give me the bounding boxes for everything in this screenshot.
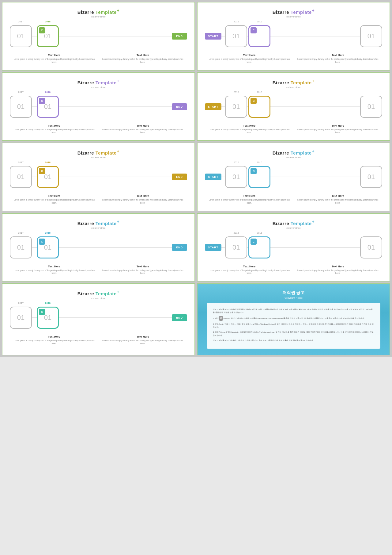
text-block-2-label: Text Here (100, 335, 186, 338)
box-2-wrapper: 2018 C 01 (37, 307, 59, 329)
start-button[interactable]: START (205, 174, 221, 180)
box-2-wrapper: 2018 C 01 (37, 166, 59, 188)
num-box-1: 01 (10, 96, 32, 118)
start-button[interactable]: START (205, 244, 221, 251)
c-badge: C (251, 239, 257, 245)
text-block-1: Text Here Lorem ipsum is simply dummy te… (11, 265, 97, 275)
text-blocks-row: Text Here Lorem ipsum is simply dummy te… (10, 265, 187, 275)
start-button[interactable]: START (205, 33, 221, 40)
num-box-3: 01 (360, 166, 382, 188)
slide-title: Bizarre Template+ (205, 8, 382, 15)
slide-grid: Bizarre Template+ text ever since. 2017 … (0, 0, 392, 357)
year-1-label: 2015 (224, 20, 248, 23)
text-block-2-desc: Lorem ipsum is simply dummy text of the … (100, 339, 186, 345)
plus-icon: + (312, 219, 315, 224)
num-box-2: C (248, 25, 270, 47)
text-block-1-desc: Lorem ipsum is simply dummy text of the … (11, 58, 97, 64)
plus-icon: + (117, 149, 120, 154)
end-button[interactable]: END (172, 33, 187, 40)
slide-header: Bizarre Template+ text ever since. (205, 78, 382, 89)
slide-header: Bizarre Template+ text ever since. (10, 8, 187, 18)
timeline-items: 2017 01 2018 C 01 END (10, 166, 187, 188)
end-button[interactable]: END (172, 314, 187, 321)
box-2-wrapper: 2018 C 01 (37, 236, 59, 258)
start-button[interactable]: START (205, 103, 221, 110)
slide-subtitle: text ever since. (10, 156, 187, 159)
slide-header: Bizarre Template+ text ever since. (10, 289, 187, 300)
box-1-wrapper: 2015 01 (225, 96, 247, 118)
box-1-wrapper: 2017 01 (10, 96, 32, 118)
num-box-3: 01 (360, 96, 382, 118)
num-box-2: C 01 (37, 166, 59, 188)
c-badge: C (251, 98, 257, 104)
text-block-1-desc: Lorem ipsum is simply dummy text of the … (206, 58, 292, 64)
end-button[interactable]: END (172, 244, 187, 251)
text-blocks-row: Text Here Lorem ipsum is simply dummy te… (205, 194, 382, 205)
plus-icon: + (117, 78, 120, 83)
box-3-wrapper: 01 (360, 166, 382, 188)
year-2-label: 2016 (247, 161, 272, 164)
year-1-label: 2017 (9, 91, 33, 94)
text-block-1: Text Here Lorem ipsum is simply dummy te… (11, 335, 97, 345)
end-button[interactable]: END (172, 174, 187, 180)
text-block-2-label: Text Here (295, 124, 381, 127)
slide-title: Bizarre Template+ (10, 219, 187, 226)
text-block-1-label: Text Here (206, 265, 292, 268)
c-badge: C (39, 98, 45, 104)
timeline-area: START 2015 01 2016 C 01 (205, 163, 382, 191)
plus-icon: + (312, 78, 315, 83)
box-2-wrapper: 2016 C (248, 96, 270, 118)
num-box-3: 01 (360, 236, 382, 258)
text-block-1: Text Here Lorem ipsum is simply dummy te… (11, 54, 97, 64)
slide-subtitle: text ever since. (10, 15, 187, 18)
timeline-items: START 2015 01 2016 C 01 (205, 25, 382, 47)
slide-subtitle: text ever since. (205, 15, 382, 18)
text-block-2-desc: Lorem ipsum is simply dummy text of the … (100, 269, 186, 275)
slide-s5: Bizarre Template+ text ever since. 2017 … (2, 143, 195, 211)
text-block-1-desc: Lorem ipsum is simply dummy text of the … (206, 128, 292, 134)
year-2-label: 2016 (247, 20, 272, 23)
text-blocks-row: Text Here Lorem ipsum is simply dummy te… (10, 54, 187, 64)
text-blocks-row: Text Here Lorem ipsum is simply dummy te… (10, 335, 187, 345)
text-blocks-row: Text Here Lorem ipsum is simply dummy te… (205, 265, 382, 275)
year-2-label: 2018 (36, 161, 60, 164)
year-1-label: 2017 (9, 232, 33, 234)
box-1-wrapper: 2015 01 (225, 166, 247, 188)
copyright-subtitle: Copyright Notice (285, 297, 303, 299)
text-block-2: Text Here Lorem ipsum is simply dummy te… (100, 194, 186, 205)
text-block-2: Text Here Lorem ipsum is simply dummy te… (295, 54, 381, 64)
text-block-1-label: Text Here (11, 265, 97, 268)
year-1-label: 2017 (9, 20, 33, 23)
timeline-area: START 2015 01 2016 C 01 (205, 93, 382, 121)
slide-header: Bizarre Template+ text ever since. (10, 78, 187, 89)
num-box-2: C (248, 96, 270, 118)
slide-title-colored: Template (291, 150, 312, 155)
box-2-wrapper: 2016 C (248, 166, 270, 188)
year-2-label: 2018 (36, 20, 60, 23)
timeline-area: START 2015 01 2016 C 01 (205, 22, 382, 50)
box-1-wrapper: 2017 01 (10, 307, 32, 329)
text-block-2-label: Text Here (295, 194, 381, 197)
plus-icon: + (312, 149, 315, 154)
end-button[interactable]: END (172, 103, 187, 110)
text-block-1-label: Text Here (11, 194, 97, 197)
slide-title: Bizarre Template+ (205, 149, 382, 155)
slide-title-colored: Template (291, 80, 312, 85)
text-block-2-label: Text Here (100, 194, 186, 197)
text-block-1-label: Text Here (11, 54, 97, 57)
box-1-wrapper: 2015 01 (225, 25, 247, 47)
box-1-wrapper: 2017 01 (10, 166, 32, 188)
box-1-wrapper: 2017 01 (10, 25, 32, 47)
slide-s6: Bizarre Template+ text ever since. START… (197, 143, 390, 211)
slide-subtitle: text ever since. (10, 227, 187, 229)
text-block-1-desc: Lorem ipsum is simply dummy text of the … (206, 198, 292, 205)
text-block-1-desc: Lorem ipsum is simply dummy text of the … (206, 269, 292, 275)
slide-title-colored: Template (96, 291, 117, 296)
slide-title: Bizarre Template+ (205, 78, 382, 85)
timeline-items: 2017 01 2018 C 01 END (10, 307, 187, 329)
box-3-wrapper: 01 (360, 25, 382, 47)
num-box-1: 01 (10, 236, 32, 258)
slide-s2: Bizarre Template+ text ever since. START… (197, 2, 390, 71)
slide-title-colored: Template (96, 80, 117, 85)
num-box-1: 01 (10, 307, 32, 329)
